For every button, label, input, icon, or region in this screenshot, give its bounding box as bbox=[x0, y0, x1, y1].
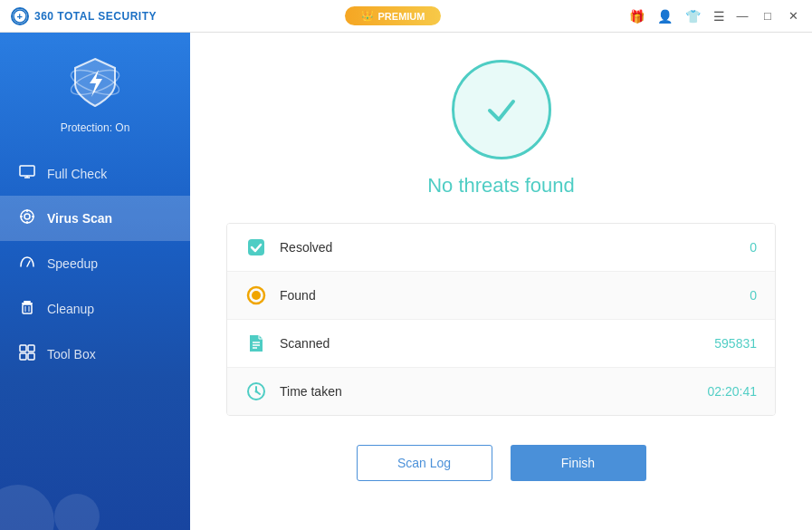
sidebar-item-full-check[interactable]: Full Check bbox=[0, 152, 190, 196]
shield-wrapper bbox=[63, 51, 127, 114]
status-title: No threats found bbox=[427, 174, 575, 198]
titlebar: + 360 TOTAL SECURITY 👑 PREMIUM 🎁 👤 👕 ☰ —… bbox=[0, 0, 812, 33]
found-icon bbox=[245, 284, 267, 306]
premium-button[interactable]: 👑 PREMIUM bbox=[345, 6, 442, 25]
cleanup-icon bbox=[18, 299, 36, 319]
time-taken-label: Time taken bbox=[280, 384, 708, 399]
resolved-icon bbox=[245, 236, 267, 258]
svg-point-7 bbox=[21, 210, 33, 223]
found-label: Found bbox=[280, 288, 750, 303]
main-layout: Protection: On Full Check bbox=[0, 33, 812, 530]
close-button[interactable]: ✕ bbox=[785, 8, 801, 24]
svg-rect-23 bbox=[248, 239, 264, 255]
sidebar-decoration bbox=[0, 476, 190, 530]
maximize-button[interactable]: □ bbox=[759, 8, 776, 24]
result-row-time: Time taken 02:20:41 bbox=[227, 368, 775, 415]
sidebar-item-speedup[interactable]: Speedup bbox=[0, 241, 190, 286]
time-icon bbox=[245, 381, 267, 402]
success-circle bbox=[452, 60, 551, 159]
content-area: No threats found Resolved 0 bbox=[190, 33, 812, 530]
checkmark-icon bbox=[479, 87, 524, 132]
full-check-label: Full Check bbox=[47, 167, 107, 181]
logo-icon: + bbox=[11, 7, 29, 25]
resolved-value: 0 bbox=[750, 240, 757, 255]
svg-text:+: + bbox=[17, 11, 24, 22]
titlebar-actions: 🎁 👤 👕 ☰ bbox=[629, 9, 725, 24]
toolbox-label: Tool Box bbox=[47, 347, 96, 361]
sidebar-item-virus-scan[interactable]: Virus Scan bbox=[0, 196, 190, 241]
svg-rect-20 bbox=[28, 345, 34, 352]
scanned-value: 595831 bbox=[714, 336, 757, 351]
result-row-found: Found 0 bbox=[227, 272, 775, 320]
result-row-resolved: Resolved 0 bbox=[227, 224, 775, 272]
gift-icon[interactable]: 🎁 bbox=[629, 9, 645, 24]
protection-status: Protection: On bbox=[61, 121, 130, 134]
shield-icon bbox=[68, 53, 122, 112]
svg-line-13 bbox=[27, 261, 30, 266]
button-row: Scan Log Finish bbox=[357, 445, 646, 481]
cleanup-label: Cleanup bbox=[47, 302, 94, 316]
svg-rect-16 bbox=[23, 304, 32, 313]
svg-rect-22 bbox=[28, 353, 34, 360]
virus-scan-label: Virus Scan bbox=[47, 211, 112, 226]
sidebar-logo-area: Protection: On bbox=[61, 51, 130, 134]
sidebar-item-toolbox[interactable]: Tool Box bbox=[0, 332, 190, 377]
svg-rect-19 bbox=[20, 345, 26, 352]
sidebar: Protection: On Full Check bbox=[0, 33, 190, 530]
premium-label: PREMIUM bbox=[378, 11, 425, 22]
svg-rect-21 bbox=[20, 353, 26, 360]
sidebar-nav: Full Check Virus Scan bbox=[0, 152, 190, 377]
svg-point-32 bbox=[255, 390, 258, 393]
shirt-icon[interactable]: 👕 bbox=[685, 9, 701, 24]
scanned-label: Scanned bbox=[280, 336, 714, 351]
full-check-icon bbox=[18, 165, 36, 183]
svg-point-8 bbox=[24, 214, 30, 219]
menu-icon[interactable]: ☰ bbox=[713, 9, 725, 24]
window-controls: — □ ✕ bbox=[734, 8, 801, 24]
finish-button[interactable]: Finish bbox=[511, 445, 646, 481]
app-logo: + 360 TOTAL SECURITY bbox=[11, 7, 157, 25]
virus-scan-icon bbox=[18, 208, 36, 228]
svg-point-25 bbox=[252, 291, 261, 300]
results-table: Resolved 0 Found 0 bbox=[226, 223, 776, 416]
scan-log-button[interactable]: Scan Log bbox=[357, 445, 492, 481]
toolbox-icon bbox=[18, 344, 36, 364]
resolved-label: Resolved bbox=[280, 240, 750, 255]
found-value: 0 bbox=[750, 288, 757, 303]
minimize-button[interactable]: — bbox=[734, 8, 750, 24]
app-title: 360 TOTAL SECURITY bbox=[34, 10, 157, 23]
speedup-icon bbox=[18, 254, 36, 274]
scanned-icon bbox=[245, 332, 267, 354]
speedup-label: Speedup bbox=[47, 256, 98, 271]
svg-rect-15 bbox=[24, 301, 31, 303]
user-icon[interactable]: 👤 bbox=[657, 9, 673, 24]
sidebar-item-cleanup[interactable]: Cleanup bbox=[0, 286, 190, 332]
time-taken-value: 02:20:41 bbox=[708, 384, 758, 399]
titlebar-center: 👑 PREMIUM bbox=[157, 6, 629, 25]
crown-icon: 👑 bbox=[361, 10, 374, 22]
result-row-scanned: Scanned 595831 bbox=[227, 320, 775, 368]
svg-rect-4 bbox=[20, 166, 34, 176]
